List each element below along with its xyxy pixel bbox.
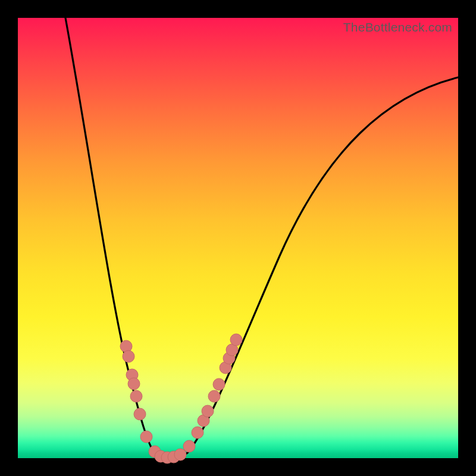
data-marker <box>123 350 134 362</box>
data-marker <box>174 449 186 461</box>
outer-frame: TheBottleneck.com <box>0 0 476 476</box>
data-marker <box>183 440 195 452</box>
data-marker <box>192 427 203 439</box>
data-marker <box>128 378 140 390</box>
data-marker <box>134 408 146 420</box>
data-marker <box>140 431 152 443</box>
curve-svg <box>18 18 458 458</box>
data-marker <box>202 405 214 417</box>
data-marker <box>230 334 242 346</box>
data-marker <box>213 378 225 390</box>
data-marker <box>130 390 142 402</box>
marker-layer <box>120 334 242 464</box>
bottleneck-curve <box>65 18 458 458</box>
plot-area: TheBottleneck.com <box>18 18 458 458</box>
data-marker <box>208 390 220 402</box>
